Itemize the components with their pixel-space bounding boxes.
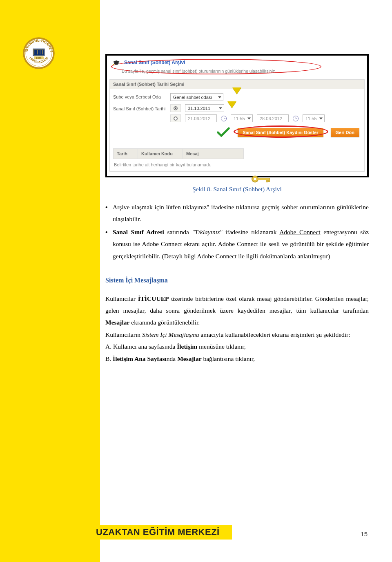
- range-start-date[interactable]: 21.06.2012: [185, 114, 217, 122]
- pointer-icon: [227, 101, 236, 108]
- no-results-text: Belirtilen tarihe ait herhangi bir kayıt…: [113, 159, 361, 167]
- list-item-b: B. İletişim Ana Sayfasında Mesajlar bağl…: [105, 353, 369, 365]
- bullet-item: Sanal Sınıf Adresi satırında "Tıklayınız…: [113, 226, 369, 262]
- room-label: Şube veya Serbest Oda: [113, 94, 170, 100]
- cap-icon: [112, 60, 121, 67]
- section-paragraph: Kullanıcılar İTİCUUEP üzerinde birbirler…: [105, 293, 369, 329]
- range-start-time[interactable]: 11:55: [231, 114, 253, 122]
- clock-icon: [221, 116, 227, 121]
- col-user: Kullanıcı Kodu: [138, 149, 183, 159]
- room-select[interactable]: Genel sohbet odası: [170, 93, 223, 101]
- screenshot-panel: Sanal Sınıf (Sohbet) Arşivi Bu sayfa ile…: [105, 54, 369, 177]
- archive-title: Sanal Sınıf (Sohbet) Arşivi: [124, 60, 185, 65]
- show-record-button[interactable]: Sanal Sınıf (Sohbet) Kaydını Göster: [238, 128, 323, 137]
- col-msg: Mesaj: [183, 149, 243, 159]
- list-item-a: A. Kullanıcı ana sayfasında İletişim men…: [105, 340, 369, 352]
- room-value: Genel sohbet odası: [173, 95, 212, 100]
- clock-icon: [293, 116, 298, 121]
- svg-point-7: [113, 64, 114, 65]
- svg-rect-11: [266, 180, 267, 182]
- figure-caption: Şekil 8. Sanal Sınıf (Sohbet) Arşivi: [105, 186, 369, 193]
- single-date-select[interactable]: 31.10.2011: [185, 104, 224, 112]
- page-number: 15: [361, 531, 368, 537]
- key-icon: [251, 174, 272, 184]
- back-button[interactable]: Geri Dön: [331, 128, 359, 137]
- svg-rect-12: [268, 180, 270, 182]
- pointer-icon: [232, 87, 241, 94]
- footer-text: UZAKTAN EĞİTİM MERKEZİ: [96, 527, 220, 537]
- checkmark-icon: [216, 126, 230, 139]
- svg-text:2001: 2001: [36, 57, 42, 59]
- svg-rect-10: [258, 178, 270, 180]
- sidebar-yellow: [0, 0, 100, 562]
- range-end-time[interactable]: 11:55: [303, 114, 325, 122]
- section-paragraph: Kullanıcıların Sistem İçi Mesajlaşma ama…: [105, 329, 369, 340]
- content-area: Sanal Sınıf (Sohbet) Arşivi Bu sayfa ile…: [105, 54, 369, 365]
- radio-date-range[interactable]: [170, 114, 181, 122]
- results-table: Tarih Kullanıcı Kodu Mesaj: [113, 148, 244, 159]
- svg-rect-4: [33, 49, 45, 56]
- svg-point-9: [254, 178, 256, 180]
- footer-bar: UZAKTAN EĞİTİM MERKEZİ: [59, 525, 232, 540]
- bullet-item: Arşive ulaşmak için lütfen tıklayınız" i…: [113, 201, 369, 225]
- archive-subtitle: Bu sayfa ile, geçmiş sanal sınıf (sohbet…: [122, 69, 365, 74]
- university-logo: İSTANBUL TİCARET ÜNİVERSİTESİ 2001: [22, 37, 55, 71]
- section-title: Sistem İçi Mesajlaşma: [105, 274, 369, 287]
- col-date: Tarih: [114, 149, 138, 159]
- radio-single-date[interactable]: [170, 104, 181, 112]
- date-label: Sanal Sınıf (Sohbet) Tarihi: [113, 106, 170, 112]
- body-text: Arşive ulaşmak için lütfen tıklayınız" i…: [105, 201, 369, 365]
- single-date-value: 31.10.2011: [188, 106, 210, 111]
- range-end-date[interactable]: 28.06.2012: [257, 114, 289, 122]
